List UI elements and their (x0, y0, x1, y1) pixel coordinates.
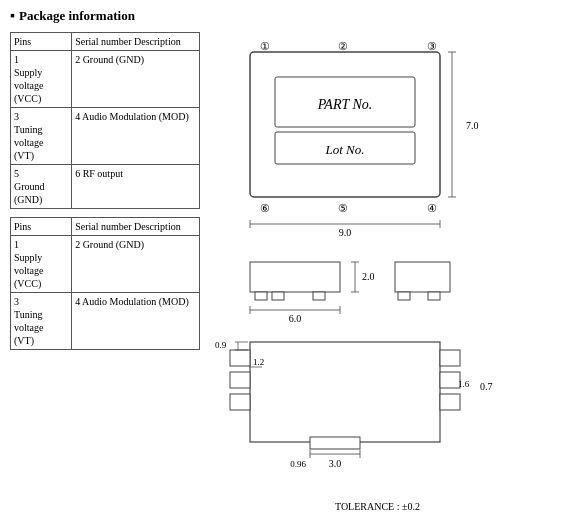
svg-rect-23 (230, 350, 250, 366)
pin-cell: 1Supply voltage(VCC) (11, 51, 72, 108)
lot-no-label: Lot No. (324, 142, 364, 157)
pin-header: Pins (11, 218, 72, 236)
pin-cell: 1Supply voltage(VCC) (11, 236, 72, 293)
table-row: Pins Serial number Description (11, 33, 200, 51)
pin-header: Pins (11, 33, 72, 51)
pin-table-1: Pins Serial number Description 1Supply v… (10, 32, 200, 209)
pin-label-6: ⑥ (260, 202, 270, 214)
svg-rect-21 (428, 292, 440, 300)
table-row: 1Supply voltage(VCC) 2 Ground (GND) (11, 51, 200, 108)
table-row: 3Tuning voltage(VT) 4 Audio Modulation (… (11, 293, 200, 350)
dim-0-9-label: 0.9 (215, 340, 227, 350)
table-row: Pins Serial number Description (11, 218, 200, 236)
desc-cell: 2 Ground (GND) (72, 51, 200, 108)
bullet-icon: ▪ (10, 8, 15, 24)
svg-rect-24 (230, 372, 250, 388)
table-row: 1Supply voltage(VCC) 2 Ground (GND) (11, 236, 200, 293)
page: ▪ Package information Pins Serial number… (0, 0, 588, 531)
dim-3-label: 3.0 (329, 458, 342, 469)
svg-rect-29 (310, 437, 360, 449)
pin-cell: 3Tuning voltage(VT) (11, 108, 72, 165)
part-no-label: PART No. (317, 97, 373, 112)
pin-label-2: ② (338, 40, 348, 52)
dim-2-label: 2.0 (362, 271, 375, 282)
pin-cell: 5Ground(GND) (11, 165, 72, 209)
svg-rect-26 (440, 350, 460, 366)
svg-rect-28 (440, 394, 460, 410)
pin-cell: 3Tuning voltage(VT) (11, 293, 72, 350)
desc-header: Serial number Description (72, 33, 200, 51)
dim-1-2-label: 1.2 (253, 357, 264, 367)
svg-rect-25 (230, 394, 250, 410)
desc-cell: 2 Ground (GND) (72, 236, 200, 293)
svg-rect-12 (313, 292, 325, 300)
diagram-section: PART No. Lot No. ① ② ③ ⑥ ⑤ ④ 9.0 (210, 32, 580, 524)
page-title: ▪ Package information (10, 8, 578, 24)
svg-rect-9 (250, 262, 340, 292)
desc-header: Serial number Description (72, 218, 200, 236)
svg-rect-22 (250, 342, 440, 442)
pin-label-1: ① (260, 40, 270, 52)
pin-label-3: ③ (427, 40, 437, 52)
tolerance-label: TOLERANCE : ±0.2 (335, 501, 420, 512)
package-diagram: PART No. Lot No. ① ② ③ ⑥ ⑤ ④ 9.0 (210, 32, 580, 522)
svg-rect-27 (440, 372, 460, 388)
desc-cell: 4 Audio Modulation (MOD) (72, 293, 200, 350)
desc-cell: 4 Audio Modulation (MOD) (72, 108, 200, 165)
pin-label-5: ⑤ (338, 202, 348, 214)
table-row: 5Ground(GND) 6 RF output (11, 165, 200, 209)
dim-6-label: 6.0 (289, 313, 302, 324)
dim-1-6-label: 1.6 (458, 379, 470, 389)
dim-7-label: 7.0 (466, 120, 479, 131)
svg-rect-11 (272, 292, 284, 300)
package-info-title: Package information (19, 8, 135, 24)
dim-096-label: 0.96 (290, 459, 306, 469)
dim-9-label: 9.0 (339, 227, 352, 238)
svg-rect-19 (395, 262, 450, 292)
desc-cell: 6 RF output (72, 165, 200, 209)
pin-table-2: Pins Serial number Description 1Supply v… (10, 217, 200, 350)
dim-0-7-label: 0.7 (480, 381, 493, 392)
table-row: 3Tuning voltage(VT) 4 Audio Modulation (… (11, 108, 200, 165)
content-area: Pins Serial number Description 1Supply v… (10, 32, 578, 524)
pin-label-4: ④ (427, 202, 437, 214)
svg-rect-20 (398, 292, 410, 300)
pin-table-section: Pins Serial number Description 1Supply v… (10, 32, 200, 524)
svg-rect-10 (255, 292, 267, 300)
